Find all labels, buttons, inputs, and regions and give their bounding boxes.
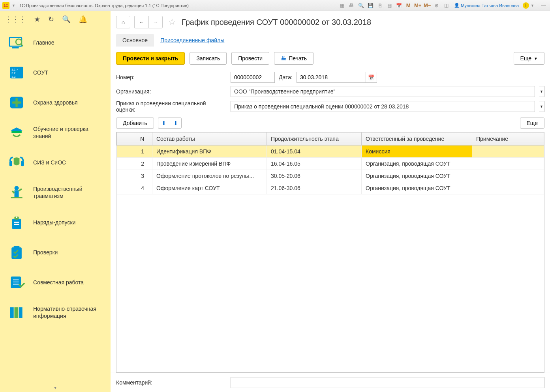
sidebar-item-label: Нормативно-справочная информация <box>33 305 103 319</box>
org-select[interactable]: ООО "Производственное предприятие" <box>231 86 535 97</box>
col-responsible[interactable]: Ответственный за проведение <box>362 133 472 146</box>
cell-note <box>472 170 544 182</box>
sidebar-item-reference[interactable]: Нормативно-справочная информация <box>0 297 111 327</box>
col-note[interactable]: Примечание <box>472 133 544 146</box>
post-button[interactable]: Провести <box>231 52 269 65</box>
date-label: Дата: <box>279 74 293 80</box>
svg-text:3.3: 3.3 <box>11 75 15 78</box>
date-input[interactable] <box>297 72 366 83</box>
table-row[interactable]: 3Оформление протоколов по результ...30.0… <box>117 170 544 182</box>
move-down-button[interactable]: ⬇ <box>170 118 182 129</box>
notifications-icon[interactable]: 🔔 <box>79 15 87 24</box>
favorite-star-icon[interactable]: ☆ <box>167 17 178 27</box>
move-up-button[interactable]: ⬆ <box>158 118 170 129</box>
cell-n: 4 <box>117 182 152 194</box>
svg-rect-26 <box>10 307 14 318</box>
search-icon[interactable]: 🔍 <box>62 15 71 24</box>
sidebar-item-collab[interactable]: Совместная работа <box>0 267 111 297</box>
sidebar-item-checks[interactable]: Проверки <box>0 237 111 267</box>
tab-main[interactable]: Основное <box>116 34 154 47</box>
cell-responsible: Организация, проводящая СОУТ <box>362 158 472 170</box>
cell-work: Проведение измерений ВПФ <box>152 158 267 170</box>
m-button[interactable]: M <box>404 2 412 9</box>
svg-rect-14 <box>11 197 22 198</box>
panels-icon[interactable]: ◫ <box>442 2 450 9</box>
cell-responsible: Организация, проводящая СОУТ <box>362 170 472 182</box>
sidebar-expand[interactable]: ▾ <box>0 383 111 392</box>
sidebar-item-training[interactable]: Обучение и проверка знаний <box>0 118 111 147</box>
m-minus-button[interactable]: M− <box>423 2 431 9</box>
back-button[interactable]: ← <box>134 16 148 28</box>
info-icon[interactable]: i <box>523 2 529 9</box>
cell-work: Оформление протоколов по результ... <box>152 170 267 182</box>
sidebar-tools: ⋮⋮⋮ ★ ↻ 🔍 🔔 <box>0 11 111 28</box>
svg-rect-13 <box>15 190 19 197</box>
svg-rect-21 <box>14 246 20 249</box>
svg-rect-28 <box>19 307 23 318</box>
sidebar-item-sout[interactable]: 3.1 ✓3.23.3 СОУТ <box>0 58 111 88</box>
cell-work: Оформление карт СОУТ <box>152 182 267 194</box>
history-icon[interactable]: ↻ <box>48 15 54 24</box>
calendar-icon[interactable]: 📅 <box>395 2 403 9</box>
sidebar-item-label: Наряды-допуски <box>33 219 75 226</box>
table-row[interactable]: 1Идентификация ВПФ01.04-15.04Комиссия <box>117 146 544 158</box>
table-row[interactable]: 2Проведение измерений ВПФ16.04-16.05Орга… <box>117 158 544 170</box>
org-dropdown-icon[interactable]: ▼ <box>539 86 544 97</box>
calculator-icon[interactable]: ▦ <box>385 2 393 9</box>
more-button[interactable]: Еще ▼ <box>514 52 544 65</box>
sidebar-item-main[interactable]: Главное <box>0 28 111 58</box>
cell-n: 1 <box>117 146 152 158</box>
sidebar-item-label: Обучение и проверка знаний <box>33 125 103 140</box>
cell-work: Идентификация ВПФ <box>152 146 267 158</box>
sidebar-item-permits[interactable]: Наряды-допуски <box>0 207 111 237</box>
order-dropdown-icon[interactable]: ▼ <box>539 101 544 112</box>
sidebar-item-siz[interactable]: СИЗ и СиОС <box>0 147 111 177</box>
col-n[interactable]: N <box>117 133 152 146</box>
comment-input[interactable] <box>231 377 544 388</box>
sidebar-item-label: Производственный травматизм <box>33 185 103 200</box>
sidebar-item-health[interactable]: Охрана здоровья <box>0 88 111 118</box>
sections-icon[interactable]: ⋮⋮⋮ <box>5 15 26 24</box>
svg-point-12 <box>15 186 19 190</box>
home-button[interactable]: ⌂ <box>116 16 130 28</box>
info-dropdown[interactable]: ▼ <box>531 4 534 7</box>
svg-rect-15 <box>12 219 21 229</box>
sidebar-item-label: Главное <box>33 39 54 46</box>
user-name[interactable]: 👤Мулькина Татьяна Ивановна <box>454 3 519 8</box>
table-header-row: N Состав работы Продолжительность этапа … <box>117 133 544 146</box>
print-icon[interactable]: 🖶 <box>347 2 355 9</box>
print-button[interactable]: 🖶Печать <box>274 52 313 65</box>
svg-rect-19 <box>14 224 19 225</box>
tab-files[interactable]: Присоединенные файлы <box>154 34 231 47</box>
compare-icon[interactable]: ⎘ <box>376 2 384 9</box>
forward-button[interactable]: → <box>148 16 163 28</box>
preview-icon[interactable]: 🔍 <box>357 2 365 9</box>
table-row[interactable]: 4Оформление карт СОУТ21.06-30.06Организа… <box>117 182 544 194</box>
zoom-icon[interactable]: ⊕ <box>433 2 441 9</box>
save-icon[interactable]: 💾 <box>366 2 374 9</box>
table-more-button[interactable]: Еще <box>520 118 545 129</box>
favorites-icon[interactable]: ★ <box>34 15 40 24</box>
app-menu-dropdown[interactable]: ▼ <box>12 4 15 7</box>
post-close-button[interactable]: Провести и закрыть <box>116 52 185 65</box>
comment-label: Комментарий: <box>116 379 227 386</box>
cell-responsible: Комиссия <box>362 146 472 158</box>
date-picker-icon[interactable]: 📅 <box>366 72 377 83</box>
col-duration[interactable]: Продолжительность этапа <box>267 133 362 146</box>
window-title: 1С:Производственная безопасность. Охрана… <box>19 3 189 8</box>
m-plus-button[interactable]: M+ <box>414 2 422 9</box>
add-button[interactable]: Добавить <box>116 118 154 129</box>
sidebar-item-injury[interactable]: Производственный травматизм <box>0 177 111 207</box>
col-work[interactable]: Состав работы <box>152 133 267 146</box>
number-input[interactable] <box>231 72 275 83</box>
order-select[interactable]: Приказ о проведении специальной оценки 0… <box>231 101 535 112</box>
page-title: График проведения СОУТ 000000002 от 30.0… <box>182 18 371 27</box>
sidebar-item-label: Проверки <box>33 249 58 256</box>
cell-n: 3 <box>117 170 152 182</box>
toolbar-icon-1[interactable]: ▦ <box>338 2 346 9</box>
svg-rect-20 <box>11 247 22 259</box>
minimize-icon[interactable]: — <box>540 2 548 9</box>
cell-duration: 01.04-15.04 <box>267 146 362 158</box>
save-button[interactable]: Записать <box>190 52 227 65</box>
sidebar: ⋮⋮⋮ ★ ↻ 🔍 🔔 Главное 3.1 ✓3.23.3 СОУТ Охр… <box>0 11 111 392</box>
